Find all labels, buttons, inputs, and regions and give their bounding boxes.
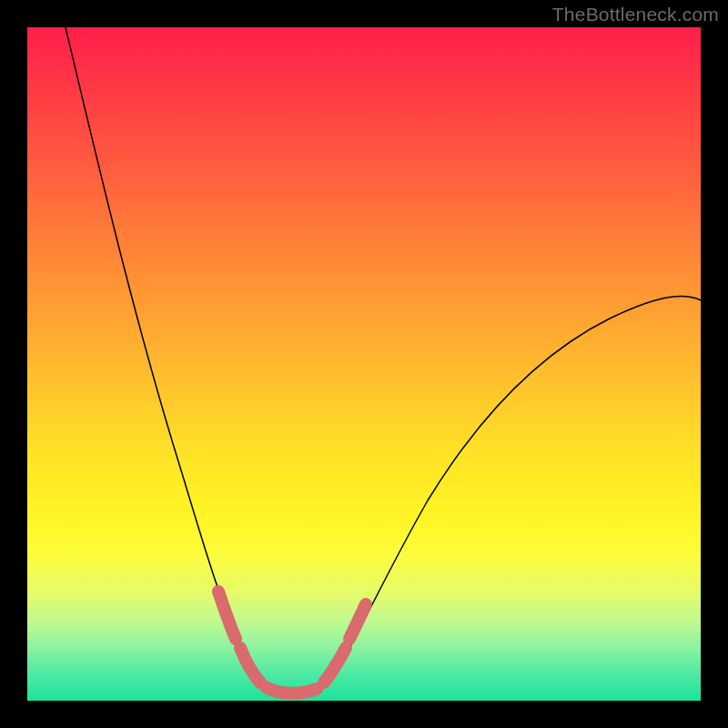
highlight-seg-right-2 bbox=[349, 604, 366, 639]
highlight-seg-left-1 bbox=[218, 592, 236, 639]
chart-frame: TheBottleneck.com bbox=[0, 0, 728, 728]
bottleneck-curve-line bbox=[66, 27, 701, 693]
highlight-seg-right-1 bbox=[324, 648, 346, 682]
highlight-seg-bottom bbox=[266, 687, 317, 693]
bottleneck-curve-svg bbox=[27, 27, 701, 701]
highlight-seg-left-2 bbox=[240, 648, 260, 682]
watermark-text: TheBottleneck.com bbox=[552, 4, 719, 25]
plot-area bbox=[27, 27, 701, 701]
